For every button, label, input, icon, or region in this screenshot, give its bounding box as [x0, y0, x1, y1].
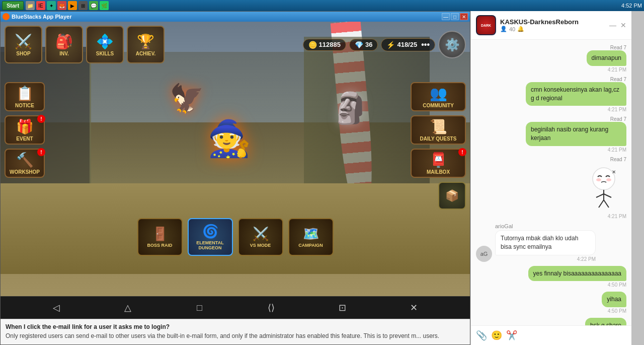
taskbar: Start 📁 IE ✦ 🦊 ▶ ⊞ 💬 🌿 4:52 PM [0, 0, 644, 11]
sticker-col: Read 7 [581, 157, 626, 219]
message-bubble: cmn konsekuensinya akan lag,cz g d regio… [526, 82, 626, 106]
screenshot-button[interactable]: ⊡ [333, 300, 353, 315]
message-col: Read 7 dimanapun 4:21 PM [587, 45, 626, 73]
game-bottombar: 🚪 BOSS RAID 🌀 ELEMENTAL DUNGEON ⚔️ VS MO… [137, 218, 334, 256]
emoji-icon[interactable]: 🙂 [491, 330, 502, 341]
message-bubble: yes finnaly bisaaaaaaaaaaaaaaa [528, 266, 626, 282]
taskbar-right: 4:52 PM [621, 3, 642, 9]
faq-question: When I click the e-mail link for a user … [6, 323, 465, 330]
message-time: 4:50 PM [608, 282, 626, 288]
share-button[interactable]: ⟨⟩ [261, 300, 281, 315]
taskbar-icon-5[interactable]: ▶ [68, 1, 77, 10]
taskbar-left: Start 📁 IE ✦ 🦊 ▶ ⊞ 💬 🌿 [2, 1, 109, 10]
chat-messages: Read 7 dimanapun 4:21 PM Read 7 cmn kons… [471, 40, 631, 325]
message-col: Read 7 cmn konsekuensinya akan lag,cz g … [526, 77, 626, 113]
close-game-button[interactable]: ✕ [404, 300, 424, 315]
chat-header-info: KASKUS-DarknesReborn 👤 40 🔔 [500, 18, 603, 32]
skills-button[interactable]: 💠 SKILLS [86, 26, 124, 63]
daily-quests-button[interactable]: 📜 DAILY QUESTS [411, 115, 466, 145]
vs-mode-icon: ⚔️ [253, 226, 269, 242]
sender-avatar: aG [476, 246, 492, 262]
main-character: 🧙 [207, 118, 251, 159]
faq-bar: When I click the e-mail link for a user … [1, 319, 470, 344]
achiev-icon: 🏆 [137, 33, 154, 50]
crop-icon[interactable]: ✂️ [506, 330, 517, 341]
taskbar-icon-8[interactable]: 🌿 [100, 1, 109, 10]
settings-button[interactable]: ⚙️ [438, 31, 466, 58]
read-status: Read 7 [610, 45, 626, 50]
chat-close-button[interactable]: ✕ [620, 21, 626, 29]
extra-right-button[interactable]: 📦 [438, 182, 466, 210]
taskbar-icon-4[interactable]: 🦊 [57, 1, 66, 10]
more-icon: ••• [421, 40, 430, 49]
boss-raid-button[interactable]: 🚪 BOSS RAID [137, 218, 183, 256]
event-button[interactable]: 🎁 EVENT ! [5, 115, 45, 145]
notice-button[interactable]: 📋 NOTICE [5, 82, 45, 111]
attachment-icon[interactable]: 📎 [476, 330, 487, 341]
achiev-button[interactable]: 🏆 ACHIEV. [127, 26, 165, 63]
chat-panel: DARK KASKUS-DarknesReborn 👤 40 🔔 — ✕ Rea… [470, 11, 631, 345]
sticker: ✕ [581, 162, 626, 213]
start-button[interactable]: Start [2, 1, 24, 10]
mailbox-badge: ! [458, 148, 466, 156]
svg-line-7 [599, 200, 604, 208]
mailbox-button[interactable]: 📮 MAILBOX ! [411, 149, 466, 178]
message-col: yes finnaly bisaaaaaaaaaaaaaaa 4:50 PM [528, 266, 626, 288]
read-status: Read 7 [610, 77, 626, 82]
chat-header: DARK KASKUS-DarknesReborn 👤 40 🔔 — ✕ [471, 11, 631, 40]
campaign-icon: 🗺️ [303, 226, 319, 242]
bluestacks-window: BlueStacks App Player — □ ✕ ⚔️ S [0, 11, 470, 345]
stamina-icon: ⚡ [386, 41, 395, 49]
gold-stat: 🪙 112885 [303, 39, 346, 51]
shop-icon: ⚔️ [15, 33, 32, 50]
message-bubble: beginilah nasib orang kurang kerjaan [526, 122, 626, 146]
recents-button[interactable]: □ [189, 300, 209, 315]
workshop-badge: ! [37, 148, 45, 156]
read-status: Read 7 [610, 116, 626, 122]
community-button[interactable]: 👥 COMMUNITY [411, 82, 466, 111]
taskbar-time: 4:52 PM [621, 3, 642, 9]
bluestacks-title: BlueStacks App Player [3, 13, 71, 20]
taskbar-icon-2[interactable]: IE [36, 1, 45, 10]
chat-input-area: 📎 🙂 ✂️ [471, 325, 631, 345]
taskbar-icons: 📁 IE ✦ 🦊 ▶ ⊞ 💬 🌿 [26, 1, 109, 10]
blue-resource-stat: 💎 36 [349, 39, 378, 51]
taskbar-icon-6[interactable]: ⊞ [78, 1, 88, 10]
chat-minimize-button[interactable]: — [609, 21, 616, 29]
read-status: Read 7 [610, 157, 626, 162]
message-bubble: Tutornya mbak diah klo udah bisa sync em… [495, 230, 596, 255]
group-avatar: DARK [476, 15, 496, 35]
home-button[interactable]: △ [118, 300, 138, 315]
notice-icon: 📋 [16, 85, 34, 102]
group-avatar-inner: DARK [477, 16, 495, 34]
vs-mode-button[interactable]: ⚔️ VS MODE [238, 218, 283, 256]
message-row: Read 7 beginilah nasib orang kurang kerj… [476, 116, 626, 153]
message-row: yes finnaly bisaaaaaaaaaaaaaaa 4:50 PM [476, 266, 626, 288]
message-row-received: aG arioGal Tutornya mbak diah klo udah b… [476, 223, 626, 262]
bluestacks-controls: — □ ✕ [442, 13, 468, 20]
message-bubble: yihaa [602, 292, 626, 307]
inv-button[interactable]: 🎒 INV. [45, 26, 83, 63]
taskbar-icon-3[interactable]: ✦ [47, 1, 56, 10]
bluestacks-close-button[interactable]: ✕ [460, 13, 468, 20]
message-time: 4:21 PM [608, 67, 626, 73]
message-time: 4:21 PM [608, 107, 626, 112]
inv-icon: 🎒 [55, 33, 73, 50]
message-row: bsk q share 4:50 PM [476, 318, 626, 325]
faq-answer: Only registered users can send e-mail to… [6, 332, 465, 340]
bluestacks-minimize-button[interactable]: — [442, 13, 450, 20]
bluestacks-maximize-button[interactable]: □ [451, 13, 459, 20]
gear-icon: ⚙️ [445, 38, 460, 52]
main-content: BlueStacks App Player — □ ✕ ⚔️ S [0, 11, 644, 345]
message-row: Read 7 dimanapun 4:21 PM [476, 45, 626, 73]
message-col: yihaa 4:50 PM [602, 292, 626, 314]
taskbar-icon-1[interactable]: 📁 [26, 1, 35, 10]
blue-resource-icon: 💎 [355, 41, 363, 49]
taskbar-icon-7[interactable]: 💬 [89, 1, 98, 10]
message-bubble: bsk q share [585, 318, 626, 325]
back-button[interactable]: ◁ [46, 300, 66, 315]
elemental-dungeon-button[interactable]: 🌀 ELEMENTAL DUNGEON [188, 218, 233, 256]
campaign-button[interactable]: 🗺️ CAMPAIGN [288, 218, 334, 256]
shop-button[interactable]: ⚔️ SHOP [5, 26, 42, 63]
workshop-button[interactable]: 🔨 WORKSHOP ! [5, 149, 45, 178]
